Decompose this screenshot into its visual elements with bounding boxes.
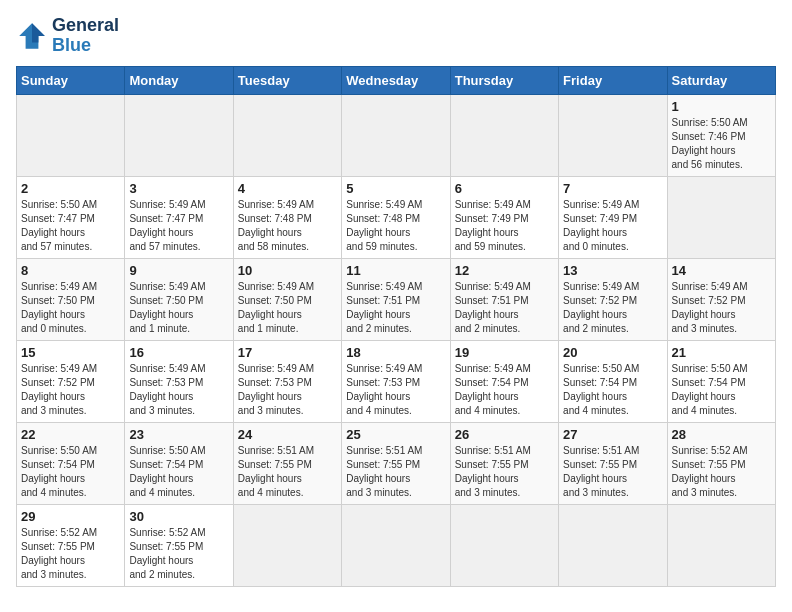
empty-cell xyxy=(342,94,450,176)
logo-text: GeneralBlue xyxy=(52,16,119,56)
calendar-day-11: 11Sunrise: 5:49 AMSunset: 7:51 PMDayligh… xyxy=(342,258,450,340)
calendar-week-5: 22Sunrise: 5:50 AMSunset: 7:54 PMDayligh… xyxy=(17,422,776,504)
calendar-day-14: 14Sunrise: 5:49 AMSunset: 7:52 PMDayligh… xyxy=(667,258,775,340)
header: GeneralBlue xyxy=(16,16,776,56)
calendar-day-empty xyxy=(559,504,667,586)
calendar-day-18: 18Sunrise: 5:49 AMSunset: 7:53 PMDayligh… xyxy=(342,340,450,422)
calendar-day-16: 16Sunrise: 5:49 AMSunset: 7:53 PMDayligh… xyxy=(125,340,233,422)
calendar-day-22: 22Sunrise: 5:50 AMSunset: 7:54 PMDayligh… xyxy=(17,422,125,504)
calendar-table: SundayMondayTuesdayWednesdayThursdayFrid… xyxy=(16,66,776,587)
calendar-header: SundayMondayTuesdayWednesdayThursdayFrid… xyxy=(17,66,776,94)
calendar-body: 1Sunrise: 5:50 AMSunset: 7:46 PMDaylight… xyxy=(17,94,776,586)
calendar-day-8: 8Sunrise: 5:49 AMSunset: 7:50 PMDaylight… xyxy=(17,258,125,340)
calendar-day-13: 13Sunrise: 5:49 AMSunset: 7:52 PMDayligh… xyxy=(559,258,667,340)
calendar-day-6: 6Sunrise: 5:49 AMSunset: 7:49 PMDaylight… xyxy=(450,176,558,258)
calendar-day-17: 17Sunrise: 5:49 AMSunset: 7:53 PMDayligh… xyxy=(233,340,341,422)
weekday-header-sunday: Sunday xyxy=(17,66,125,94)
calendar-day-29: 29Sunrise: 5:52 AMSunset: 7:55 PMDayligh… xyxy=(17,504,125,586)
calendar-day-28: 28Sunrise: 5:52 AMSunset: 7:55 PMDayligh… xyxy=(667,422,775,504)
calendar-week-6: 29Sunrise: 5:52 AMSunset: 7:55 PMDayligh… xyxy=(17,504,776,586)
weekday-header-saturday: Saturday xyxy=(667,66,775,94)
calendar-day-10: 10Sunrise: 5:49 AMSunset: 7:50 PMDayligh… xyxy=(233,258,341,340)
calendar-day-25: 25Sunrise: 5:51 AMSunset: 7:55 PMDayligh… xyxy=(342,422,450,504)
calendar-day-4: 4Sunrise: 5:49 AMSunset: 7:48 PMDaylight… xyxy=(233,176,341,258)
calendar-day-empty xyxy=(342,504,450,586)
logo-icon xyxy=(16,20,48,52)
calendar-day-9: 9Sunrise: 5:49 AMSunset: 7:50 PMDaylight… xyxy=(125,258,233,340)
calendar-day-24: 24Sunrise: 5:51 AMSunset: 7:55 PMDayligh… xyxy=(233,422,341,504)
calendar-week-4: 15Sunrise: 5:49 AMSunset: 7:52 PMDayligh… xyxy=(17,340,776,422)
calendar-day-2: 2Sunrise: 5:50 AMSunset: 7:47 PMDaylight… xyxy=(17,176,125,258)
empty-cell xyxy=(450,94,558,176)
calendar-day-27: 27Sunrise: 5:51 AMSunset: 7:55 PMDayligh… xyxy=(559,422,667,504)
empty-cell xyxy=(559,94,667,176)
calendar-day-7: 7Sunrise: 5:49 AMSunset: 7:49 PMDaylight… xyxy=(559,176,667,258)
calendar-day-3: 3Sunrise: 5:49 AMSunset: 7:47 PMDaylight… xyxy=(125,176,233,258)
weekday-header-tuesday: Tuesday xyxy=(233,66,341,94)
calendar-day-30: 30Sunrise: 5:52 AMSunset: 7:55 PMDayligh… xyxy=(125,504,233,586)
calendar-week-2: 2Sunrise: 5:50 AMSunset: 7:47 PMDaylight… xyxy=(17,176,776,258)
weekday-header-monday: Monday xyxy=(125,66,233,94)
calendar-day-12: 12Sunrise: 5:49 AMSunset: 7:51 PMDayligh… xyxy=(450,258,558,340)
calendar-day-21: 21Sunrise: 5:50 AMSunset: 7:54 PMDayligh… xyxy=(667,340,775,422)
calendar-day-20: 20Sunrise: 5:50 AMSunset: 7:54 PMDayligh… xyxy=(559,340,667,422)
empty-cell xyxy=(17,94,125,176)
empty-cell xyxy=(125,94,233,176)
calendar-day-5: 5Sunrise: 5:49 AMSunset: 7:48 PMDaylight… xyxy=(342,176,450,258)
calendar-week-3: 8Sunrise: 5:49 AMSunset: 7:50 PMDaylight… xyxy=(17,258,776,340)
weekday-header-wednesday: Wednesday xyxy=(342,66,450,94)
calendar-day-empty xyxy=(667,504,775,586)
weekday-header-friday: Friday xyxy=(559,66,667,94)
calendar-day-empty xyxy=(450,504,558,586)
weekday-row: SundayMondayTuesdayWednesdayThursdayFrid… xyxy=(17,66,776,94)
calendar-day-19: 19Sunrise: 5:49 AMSunset: 7:54 PMDayligh… xyxy=(450,340,558,422)
empty-cell xyxy=(233,94,341,176)
weekday-header-thursday: Thursday xyxy=(450,66,558,94)
calendar-week-1: 1Sunrise: 5:50 AMSunset: 7:46 PMDaylight… xyxy=(17,94,776,176)
calendar-day-15: 15Sunrise: 5:49 AMSunset: 7:52 PMDayligh… xyxy=(17,340,125,422)
calendar-day-empty xyxy=(233,504,341,586)
calendar-day-1: 1Sunrise: 5:50 AMSunset: 7:46 PMDaylight… xyxy=(667,94,775,176)
svg-marker-1 xyxy=(32,23,45,42)
calendar-day-26: 26Sunrise: 5:51 AMSunset: 7:55 PMDayligh… xyxy=(450,422,558,504)
logo: GeneralBlue xyxy=(16,16,119,56)
empty-cell xyxy=(667,176,775,258)
calendar-day-23: 23Sunrise: 5:50 AMSunset: 7:54 PMDayligh… xyxy=(125,422,233,504)
